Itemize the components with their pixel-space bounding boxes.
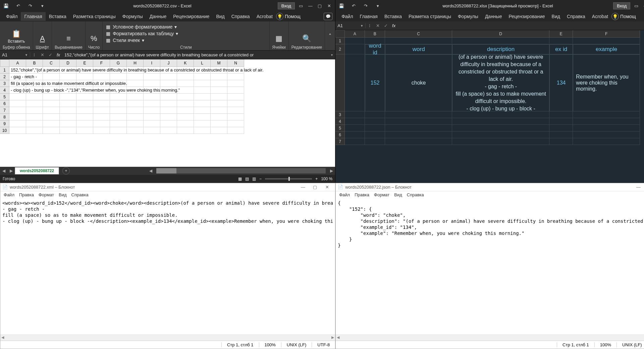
cell[interactable] — [9, 107, 26, 114]
cell[interactable] — [43, 107, 60, 114]
cell[interactable] — [76, 107, 93, 114]
col-header[interactable]: A — [345, 30, 365, 38]
row-header[interactable]: 9 — [0, 120, 9, 127]
cell[interactable] — [43, 127, 60, 134]
cell[interactable] — [110, 94, 127, 100]
save-icon[interactable]: 💾 — [337, 1, 346, 10]
cell[interactable] — [549, 138, 573, 145]
cell[interactable] — [160, 107, 177, 114]
fx-insert-icon[interactable]: ⁞ — [30, 52, 38, 57]
cell[interactable] — [127, 120, 144, 127]
cells-icon[interactable]: ▦ — [275, 34, 282, 43]
menu-edit[interactable]: Правка — [355, 192, 369, 197]
header-cell[interactable]: word — [385, 44, 452, 54]
cell[interactable] — [345, 54, 365, 111]
row-header[interactable]: 10 — [0, 127, 9, 134]
cell[interactable] — [573, 138, 640, 145]
hscroll-right-icon[interactable]: ▶ — [328, 168, 335, 173]
enter-formula-icon[interactable]: ✓ — [382, 23, 390, 28]
cell[interactable] — [93, 127, 110, 134]
close-icon[interactable]: ✕ — [324, 1, 334, 10]
menu-format[interactable]: Формат — [374, 192, 389, 197]
cell[interactable] — [227, 120, 244, 127]
cell[interactable] — [345, 111, 365, 118]
cell[interactable] — [385, 132, 452, 138]
cell[interactable] — [177, 107, 194, 114]
row-header[interactable]: 2 — [335, 44, 345, 54]
cell[interactable] — [76, 127, 93, 134]
cell[interactable] — [127, 107, 144, 114]
row-header[interactable]: 3 — [0, 80, 9, 87]
cell[interactable] — [573, 38, 640, 44]
cell[interactable] — [452, 132, 549, 138]
tab-file[interactable]: Файл — [338, 12, 356, 21]
cell[interactable] — [26, 114, 43, 120]
row-header[interactable]: 7 — [335, 138, 345, 145]
row-header[interactable]: 7 — [0, 107, 9, 114]
save-icon[interactable]: 💾 — [1, 1, 11, 10]
cell[interactable] — [144, 107, 160, 114]
tellme-icon[interactable]: 💡 — [611, 13, 619, 20]
cell[interactable] — [211, 114, 227, 120]
fx-icon[interactable]: fx — [390, 23, 398, 28]
cell[interactable] — [345, 138, 365, 145]
cell[interactable] — [9, 114, 26, 120]
qat-more-icon[interactable]: ▾ — [38, 1, 47, 10]
tab-file[interactable]: Файл — [3, 12, 21, 21]
row-header[interactable]: 4 — [0, 87, 9, 94]
cell-description[interactable]: (of a person or animal) have severe diff… — [452, 54, 549, 111]
tab-formulas[interactable]: Формулы — [454, 12, 482, 21]
undo-icon[interactable]: ↶ — [349, 1, 358, 10]
header-cell[interactable]: description — [452, 44, 549, 54]
cell[interactable] — [227, 107, 244, 114]
cell[interactable] — [76, 100, 93, 107]
zoom-value[interactable]: 100 % — [321, 177, 332, 181]
cell[interactable] — [9, 94, 26, 100]
col-header[interactable]: J — [160, 59, 177, 67]
cell-exid[interactable]: 134 — [549, 54, 573, 111]
hscroll[interactable] — [0, 335, 335, 341]
menu-file[interactable]: Файл — [339, 192, 350, 197]
cell[interactable] — [452, 125, 549, 132]
cell[interactable] — [227, 127, 244, 134]
cell[interactable] — [110, 127, 127, 134]
col-header[interactable]: E — [76, 59, 93, 67]
cell[interactable] — [76, 120, 93, 127]
cell[interactable] — [110, 120, 127, 127]
tab-view[interactable]: Вид — [548, 12, 564, 21]
cell[interactable] — [385, 38, 452, 44]
cell[interactable] — [194, 120, 211, 127]
cell-content[interactable]: - gag - retch - — [9, 73, 329, 80]
cell[interactable] — [227, 100, 244, 107]
menu-view[interactable]: Вид — [59, 192, 67, 197]
cell[interactable] — [573, 125, 640, 132]
cell[interactable] — [93, 94, 110, 100]
signin-button[interactable]: Вход — [278, 2, 295, 9]
menu-view[interactable]: Вид — [394, 192, 402, 197]
col-header[interactable]: D — [60, 59, 76, 67]
row-header[interactable]: 6 — [335, 132, 345, 138]
redo-icon[interactable]: ↷ — [25, 1, 35, 10]
chevron-down-icon[interactable]: ▼ — [25, 53, 28, 57]
tellme-label[interactable]: Помощ — [620, 14, 636, 19]
row-header[interactable]: 8 — [0, 114, 9, 120]
cell[interactable] — [160, 127, 177, 134]
fx-insert-icon[interactable]: ⁞ — [366, 23, 374, 28]
name-box[interactable]: A1▼ — [335, 23, 366, 28]
cell[interactable] — [549, 125, 573, 132]
cell[interactable] — [211, 100, 227, 107]
cell[interactable] — [26, 100, 43, 107]
cell[interactable] — [573, 132, 640, 138]
cell[interactable] — [144, 114, 160, 120]
format-as-table-button[interactable]: ▦Форматировать как таблицу ▾ — [105, 30, 178, 37]
zoom-slider[interactable] — [265, 178, 312, 180]
col-header[interactable]: C — [43, 59, 60, 67]
zoom-in-icon[interactable]: + — [315, 177, 318, 181]
chevron-down-icon[interactable]: ▼ — [360, 24, 363, 28]
cell[interactable] — [43, 114, 60, 120]
tellme-label[interactable]: Помощ — [285, 14, 301, 19]
cell[interactable] — [194, 100, 211, 107]
cell[interactable] — [144, 120, 160, 127]
minimize-icon[interactable]: — — [297, 185, 309, 190]
view-pagelayout-icon[interactable]: ▤ — [245, 177, 249, 181]
